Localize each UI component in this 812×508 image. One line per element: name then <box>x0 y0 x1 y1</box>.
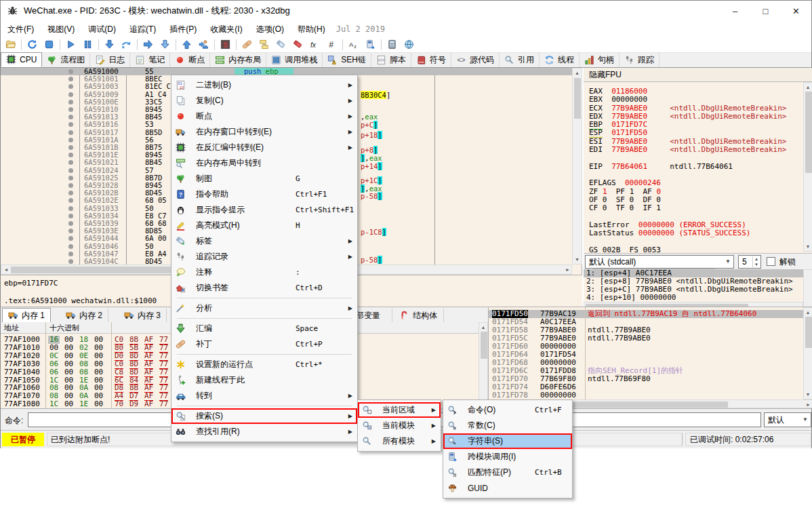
toolbar-patch-button[interactable] <box>239 38 256 52</box>
toolbar-step-into-button[interactable] <box>101 38 118 52</box>
tab-脚本[interactable]: </>脚本 <box>371 53 411 67</box>
toolbar-trace-toolbar-button[interactable] <box>289 38 306 52</box>
menubar-item-4[interactable]: 插件(P) <box>163 22 203 37</box>
breakpoint-gutter-dot[interactable] <box>68 145 73 150</box>
register-line[interactable]: EDI 77B9ABE0 <ntdll.DbgUiRemoteBreakin> <box>589 146 786 154</box>
unlock-checkbox[interactable] <box>767 257 775 266</box>
menu-item-汇编[interactable]: 01汇编Space <box>171 321 357 336</box>
close-button[interactable]: ✕ <box>781 1 811 21</box>
breakpoint-gutter-dot[interactable] <box>68 69 73 74</box>
toolbar-attach-button[interactable] <box>195 38 212 52</box>
stack-row[interactable]: 0171FD7800000000 <box>489 391 812 399</box>
register-line[interactable]: CF 0 TF 0 IF 1 <box>589 204 786 212</box>
menu-item-匹配特征(P)[interactable]: 匹配特征(P)Ctrl+B <box>443 465 572 480</box>
breakpoint-gutter-dot[interactable] <box>68 214 73 218</box>
menubar-item-6[interactable]: 选项(O) <box>249 22 291 37</box>
menu-item-GUID[interactable]: GUID <box>443 480 572 496</box>
toolbar-hash-button[interactable]: # <box>323 38 340 52</box>
menu-item-标签[interactable]: +标签▶ <box>171 233 357 249</box>
menu-item-二进制(B)[interactable]: 0110二进制(B)▶ <box>171 77 357 93</box>
breakpoint-gutter-dot[interactable] <box>68 168 73 173</box>
argument-row[interactable]: 4: [esp+10] 00000000 <box>584 294 803 302</box>
breakpoint-gutter-dot[interactable] <box>68 206 73 211</box>
menubar-item-3[interactable]: 追踪(T) <box>123 22 163 37</box>
tab-线程[interactable]: 线程 <box>540 53 580 67</box>
tab-断点[interactable]: 断点 <box>170 53 210 67</box>
menu-item-制图[interactable]: 制图G <box>171 171 357 187</box>
toolbar-scylla-button[interactable]: S <box>217 38 234 52</box>
menu-item-注释[interactable]: +注释: <box>171 265 357 280</box>
breakpoint-gutter-dot[interactable] <box>68 221 73 226</box>
menu-item-跨模块调用(I)[interactable]: 跨模块调用(I) <box>443 449 572 465</box>
tab-句柄[interactable]: 句柄 <box>580 53 620 67</box>
maximize-button[interactable]: □ <box>750 1 781 21</box>
breakpoint-gutter-dot[interactable] <box>68 259 73 264</box>
registers-panel[interactable]: 隐藏FPU EAX 01186000EBX 00000000ECX 77B9AB… <box>584 68 812 275</box>
stack-row[interactable]: 0171FD7077B69F80ntdll.77B69F80 <box>489 375 812 383</box>
menu-item-分析[interactable]: 分析▶ <box>171 300 357 316</box>
menubar-item-0[interactable]: 文件(F) <box>1 22 41 37</box>
toolbar-globe-button[interactable] <box>401 38 418 52</box>
menu-item-命令(O)[interactable]: 命令(O)Ctrl+F <box>443 402 572 418</box>
stack-row[interactable]: 0171FD74D60FE6D6 <box>489 383 812 391</box>
menu-item-显示指令提示[interactable]: 显示指令提示Ctrl+Shift+F1 <box>171 202 357 218</box>
toolbar-run-to-user-button[interactable] <box>178 38 195 52</box>
spin-up-icon[interactable]: ▲ <box>752 256 760 262</box>
toolbar-step-out-button[interactable] <box>157 38 174 52</box>
disasm-vscrollbar[interactable]: ▲▼ <box>572 68 582 265</box>
toolbar-labels-toolbar-button[interactable] <box>272 38 289 52</box>
menu-item-当前模块[interactable]: 当前模块▶ <box>358 418 441 433</box>
breakpoint-gutter-dot[interactable] <box>68 183 73 188</box>
toolbar-pause-button[interactable] <box>79 38 96 52</box>
stack-vscrollbar[interactable]: ▲▼ <box>803 307 812 399</box>
toolbar-execute-till-return-button[interactable] <box>140 38 157 52</box>
menu-item-指令帮助[interactable]: ?指令帮助Ctrl+F1 <box>171 187 357 202</box>
dump-tab-内存 2[interactable]: 内存 2 <box>60 308 108 323</box>
toolbar-step-over-button[interactable] <box>118 38 135 52</box>
title-bar[interactable]: WeChat.exe - PID: 263C - 模块: wechatwin.d… <box>1 1 811 21</box>
menubar-item-2[interactable]: 调试(D) <box>81 22 123 37</box>
arguments-vscrollbar[interactable] <box>803 269 812 309</box>
menu-item-当前区域[interactable]: 当前区域▶ <box>358 402 441 418</box>
dump-tab-内存 3[interactable]: 内存 3 <box>119 308 167 323</box>
registers-vscrollbar[interactable]: ▲▼ <box>803 82 812 252</box>
menu-item-搜索(S)[interactable]: 搜索(S)▶ <box>171 408 357 424</box>
menu-item-常数(C)[interactable]: #常数(C) <box>443 418 572 433</box>
arguments-view[interactable]: 1: [esp+4] A0C17EEA2: [esp+8] 77B9ABE0 <… <box>584 269 803 302</box>
stack-row[interactable]: 0171FD5077B9AC19返回到 ntdll.77B9AC19 自 ntd… <box>489 310 812 318</box>
breakpoint-gutter-dot[interactable] <box>68 100 73 104</box>
menu-item-查找引用(R)[interactable]: 查找引用(R)▶ <box>171 424 357 439</box>
toolbar-open-file-button[interactable] <box>2 38 19 52</box>
dump-tab-内存 1[interactable]: 内存 1 <box>2 308 51 323</box>
menu-item-复制(C)[interactable]: 复制(C)▶ <box>171 93 357 109</box>
hide-fpu-button[interactable]: 隐藏FPU <box>584 68 812 82</box>
spin-down-icon[interactable]: ▼ <box>752 262 760 267</box>
command-profile-select[interactable]: 默认 ▼ <box>764 412 811 427</box>
dump-vscrollbar[interactable]: ▲▼ <box>479 322 488 408</box>
minimize-button[interactable]: – <box>720 1 750 21</box>
argument-depth-stepper[interactable]: 5 ▲ ▼ <box>738 255 761 269</box>
tab-CPU[interactable]: CPU <box>1 52 42 67</box>
tab-引用[interactable]: 引用 <box>500 53 540 67</box>
breakpoint-gutter-dot[interactable] <box>68 138 73 142</box>
breakpoint-gutter-dot[interactable] <box>68 130 73 135</box>
tab-跟踪[interactable]: 跟踪 <box>620 53 659 67</box>
menu-item-转到[interactable]: 转到▶ <box>171 388 357 404</box>
menu-item-所有模块[interactable]: 所有模块▶ <box>358 433 441 449</box>
menu-item-追踪记录[interactable]: 追踪记录▶ <box>171 249 357 265</box>
breakpoint-gutter-dot[interactable] <box>68 244 73 249</box>
breakpoint-gutter-dot[interactable] <box>68 92 73 97</box>
toolbar-az-button[interactable]: Az <box>345 38 362 52</box>
breakpoint-gutter-dot[interactable] <box>68 176 73 180</box>
menubar-item-1[interactable]: 视图(V) <box>41 22 81 37</box>
calling-convention-select[interactable]: 默认 (stdcall) ▼ <box>585 255 734 269</box>
menu-item-切换书签[interactable]: 切换书签Ctrl+D <box>171 280 357 296</box>
toolbar-handles-phone-button[interactable] <box>362 38 379 52</box>
menu-item-补丁[interactable]: 补丁Ctrl+P <box>171 336 357 352</box>
stack-view[interactable]: 0171FD5077B9AC19返回到 ntdll.77B9AC19 自 ntd… <box>488 307 812 408</box>
tab-SEH链[interactable]: !SEH链 <box>323 53 371 67</box>
menu-item-字符串(S)[interactable]: “字符串(S) <box>443 433 572 449</box>
menu-item-在内存布局中转到[interactable]: 在内存布局中转到 <box>171 155 357 171</box>
toolbar-function-button[interactable]: fx <box>306 38 323 52</box>
breakpoint-gutter-dot[interactable] <box>68 107 73 112</box>
